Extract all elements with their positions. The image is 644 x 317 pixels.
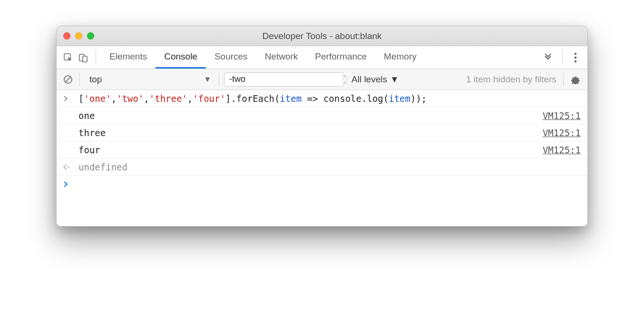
svg-point-5 <box>575 60 576 62</box>
console-settings-icon[interactable] <box>568 75 583 84</box>
tab-console[interactable]: Console <box>156 46 206 69</box>
svg-rect-2 <box>83 56 87 62</box>
devtools-window: Developer Tools - about:blank Elements C… <box>56 26 588 227</box>
input-caret-icon <box>61 96 78 101</box>
device-toolbar-icon[interactable] <box>76 46 91 69</box>
separator <box>562 50 563 65</box>
console-log-row: one VM125:1 <box>57 107 587 124</box>
return-caret-icon <box>61 164 78 170</box>
log-source-link[interactable]: VM125:1 <box>543 128 581 138</box>
devtools-tabstrip: Elements Console Sources Network Perform… <box>57 46 587 69</box>
tab-performance[interactable]: Performance <box>306 46 375 69</box>
console-log-row: three VM125:1 <box>57 124 587 141</box>
tab-elements[interactable]: Elements <box>101 46 156 69</box>
separator <box>79 73 80 86</box>
console-input-row: ['one','two','three','four'].forEach(ite… <box>57 90 587 107</box>
log-message: one <box>78 110 543 121</box>
log-level-selector[interactable]: All levels ▼ <box>349 74 402 85</box>
log-source-link[interactable]: VM125:1 <box>543 110 581 121</box>
log-message: three <box>78 128 543 138</box>
tab-memory[interactable]: Memory <box>375 46 425 69</box>
tab-sources[interactable]: Sources <box>206 46 256 69</box>
return-value: undefined <box>78 162 581 172</box>
chevron-down-icon: ▼ <box>390 74 399 85</box>
window-title: Developer Tools - about:blank <box>57 31 587 41</box>
separator <box>219 73 219 86</box>
separator <box>563 73 564 86</box>
console-output: ['one','two','three','four'].forEach(ite… <box>57 90 587 226</box>
log-source-link[interactable]: VM125:1 <box>543 145 581 155</box>
levels-label: All levels <box>351 74 387 85</box>
chevron-down-icon: ▼ <box>204 75 211 84</box>
prompt-caret-icon <box>61 181 78 187</box>
clear-console-icon[interactable] <box>61 75 75 84</box>
log-message: four <box>78 145 543 155</box>
execution-context-selector[interactable]: top ▼ <box>85 72 214 87</box>
clear-filter-icon[interactable] <box>342 75 347 84</box>
svg-point-10 <box>68 166 69 168</box>
console-prompt-row[interactable] <box>57 176 587 193</box>
more-tabs-button[interactable] <box>538 46 557 69</box>
tab-network[interactable]: Network <box>256 46 307 69</box>
console-toolbar: top ▼ All levels ▼ 1 item hidden by filt… <box>57 69 587 90</box>
filter-input-wrapper <box>224 72 344 87</box>
inspect-element-icon[interactable] <box>60 46 76 69</box>
context-label: top <box>89 74 102 85</box>
console-input-code[interactable]: ['one','two','three','four'].forEach(ite… <box>78 93 581 104</box>
svg-point-3 <box>575 52 576 54</box>
hidden-count-label: 1 item hidden by filters <box>466 74 558 85</box>
devtools-menu-button[interactable] <box>567 46 584 69</box>
console-log-row: four VM125:1 <box>57 141 587 158</box>
filter-input[interactable] <box>229 74 340 84</box>
separator <box>96 50 96 65</box>
svg-point-4 <box>575 56 576 58</box>
console-return-row: undefined <box>57 158 587 176</box>
svg-line-7 <box>65 77 71 82</box>
titlebar: Developer Tools - about:blank <box>57 26 587 46</box>
